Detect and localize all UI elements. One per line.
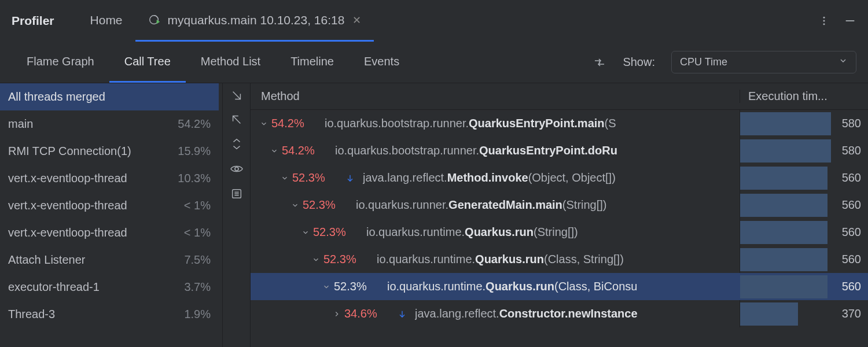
svg-point-3: [823, 23, 825, 25]
tree-toolbar: [223, 83, 251, 347]
tree-row[interactable]: 34.6%java.lang.reflect.Constructor.newIn…: [251, 300, 868, 327]
expand-down-icon[interactable]: [230, 89, 243, 102]
time-value: 560: [831, 253, 868, 266]
percentage: 54.2%: [271, 117, 317, 130]
chevron-down-icon[interactable]: [311, 256, 321, 264]
tree-row[interactable]: 54.2%io.quarkus.bootstrap.runner.Quarkus…: [251, 137, 868, 164]
view-tab-methodlist[interactable]: Method List: [186, 42, 275, 83]
close-icon[interactable]: ✕: [352, 14, 361, 27]
title-bar: Profiler Home myquarkus.main 10.10.23, 1…: [0, 0, 868, 42]
method-signature: io.quarkus.bootstrap.runner.QuarkusEntry…: [335, 144, 617, 157]
percentage: 52.3%: [303, 198, 348, 212]
tab-label: myquarkus.main 10.10.23, 16:18: [168, 13, 345, 27]
metric-value: CPU Time: [680, 56, 727, 68]
time-bar: [740, 302, 798, 326]
view-tabs: Flame Graph Call Tree Method List Timeli…: [12, 42, 414, 83]
svg-point-5: [235, 167, 238, 171]
percentage: 52.3%: [334, 280, 379, 293]
method-signature: io.quarkus.runner.GeneratedMain.main(Str…: [356, 198, 607, 212]
chevron-down-icon[interactable]: [269, 147, 279, 155]
method-signature: java.lang.reflect.Constructor.newInstanc…: [415, 307, 638, 320]
method-signature: io.quarkus.runtime.Quarkus.run(Class, St…: [377, 253, 624, 266]
main-area: All threads merged main54.2% RMI TCP Con…: [0, 83, 868, 347]
session-tabs: Home myquarkus.main 10.10.23, 16:18 ✕: [78, 0, 374, 42]
time-bar: [740, 275, 827, 298]
method-signature: io.quarkus.bootstrap.runner.QuarkusEntry…: [325, 117, 616, 130]
thread-row[interactable]: Thread-31.9%: [0, 301, 219, 328]
time-bar: [740, 221, 827, 244]
view-tab-timeline[interactable]: Timeline: [275, 42, 349, 83]
time-bar: [740, 139, 831, 163]
eye-icon[interactable]: [230, 162, 244, 176]
tree-header: Method Execution tim...: [251, 83, 868, 110]
tab-home[interactable]: Home: [78, 0, 135, 42]
time-value: 560: [831, 280, 868, 293]
time-bar: [740, 194, 827, 217]
col-execution-time[interactable]: Execution tim...: [740, 90, 868, 103]
time-value: 560: [831, 226, 868, 239]
time-cell: 560: [740, 191, 868, 219]
svg-point-1: [823, 17, 825, 19]
chevron-down-icon[interactable]: [321, 283, 332, 291]
recursive-icon: [345, 174, 355, 183]
tree-row[interactable]: 52.3%io.quarkus.runner.GeneratedMain.mai…: [251, 191, 868, 219]
time-value: 580: [831, 117, 868, 130]
chevron-right-icon[interactable]: [332, 310, 342, 318]
recursive-icon: [398, 309, 407, 319]
time-value: 560: [831, 171, 868, 184]
thread-row[interactable]: executor-thread-13.7%: [0, 274, 219, 301]
collapse-up-icon[interactable]: [230, 113, 243, 126]
chevron-down-icon[interactable]: [279, 174, 290, 182]
list-icon[interactable]: [230, 187, 243, 200]
percentage: 34.6%: [344, 307, 389, 320]
tree-row[interactable]: 52.3%java.lang.reflect.Method.invoke(Obj…: [251, 164, 868, 191]
chevron-down-icon[interactable]: [259, 120, 269, 128]
thread-row[interactable]: Attach Listener7.5%: [0, 246, 219, 274]
metric-select[interactable]: CPU Time: [671, 51, 856, 73]
swap-icon[interactable]: [593, 56, 606, 69]
time-cell: 580: [740, 137, 868, 164]
thread-panel: All threads merged main54.2% RMI TCP Con…: [0, 83, 223, 347]
tab-session[interactable]: myquarkus.main 10.10.23, 16:18 ✕: [135, 0, 374, 42]
time-bar: [740, 167, 827, 190]
show-label: Show:: [623, 56, 655, 69]
col-method[interactable]: Method: [251, 90, 740, 103]
more-icon[interactable]: [818, 15, 830, 27]
time-cell: 580: [740, 110, 868, 137]
thread-row[interactable]: main54.2%: [0, 110, 219, 138]
percentage: 52.3%: [292, 171, 337, 184]
method-signature: io.quarkus.runtime.Quarkus.run(Class, Bi…: [387, 280, 637, 293]
view-tab-events[interactable]: Events: [349, 42, 414, 83]
minimize-icon[interactable]: [844, 14, 856, 27]
chevron-down-icon[interactable]: [300, 228, 311, 237]
thread-row[interactable]: RMI TCP Connection(1)15.9%: [0, 138, 219, 165]
time-value: 560: [831, 198, 868, 212]
tree-row[interactable]: 52.3%io.quarkus.runtime.Quarkus.run(Clas…: [251, 246, 868, 273]
view-tab-calltree[interactable]: Call Tree: [109, 42, 186, 83]
tool-title: Profiler: [12, 14, 54, 28]
percentage: 52.3%: [313, 226, 358, 239]
svg-point-2: [823, 20, 825, 22]
time-value: 580: [831, 144, 868, 157]
time-cell: 560: [740, 246, 868, 273]
method-signature: io.quarkus.runtime.Quarkus.run(String[]): [366, 226, 578, 239]
time-bar: [740, 248, 827, 271]
percentage: 52.3%: [323, 253, 369, 266]
tree-row[interactable]: 52.3%io.quarkus.runtime.Quarkus.run(Stri…: [251, 219, 868, 246]
time-cell: 370: [740, 300, 868, 327]
tree-row[interactable]: 54.2%io.quarkus.bootstrap.runner.Quarkus…: [251, 110, 868, 137]
chevron-down-icon[interactable]: [290, 201, 300, 209]
thread-row[interactable]: vert.x-eventloop-thread< 1%: [0, 219, 219, 246]
call-tree-panel: Method Execution tim... 54.2%io.quarkus.…: [251, 83, 868, 347]
thread-row[interactable]: vert.x-eventloop-thread10.3%: [0, 165, 219, 192]
thread-row[interactable]: vert.x-eventloop-thread< 1%: [0, 192, 219, 219]
thread-row-all[interactable]: All threads merged: [0, 83, 219, 110]
collapse-all-icon[interactable]: [230, 138, 243, 150]
view-toolbar: Flame Graph Call Tree Method List Timeli…: [0, 42, 868, 83]
run-icon: [148, 14, 161, 27]
time-cell: 560: [740, 219, 868, 246]
tab-label: Home: [90, 13, 123, 27]
tree-row[interactable]: 52.3%io.quarkus.runtime.Quarkus.run(Clas…: [251, 273, 868, 300]
view-tab-flamegraph[interactable]: Flame Graph: [12, 42, 109, 83]
chevron-down-icon: [838, 56, 848, 68]
